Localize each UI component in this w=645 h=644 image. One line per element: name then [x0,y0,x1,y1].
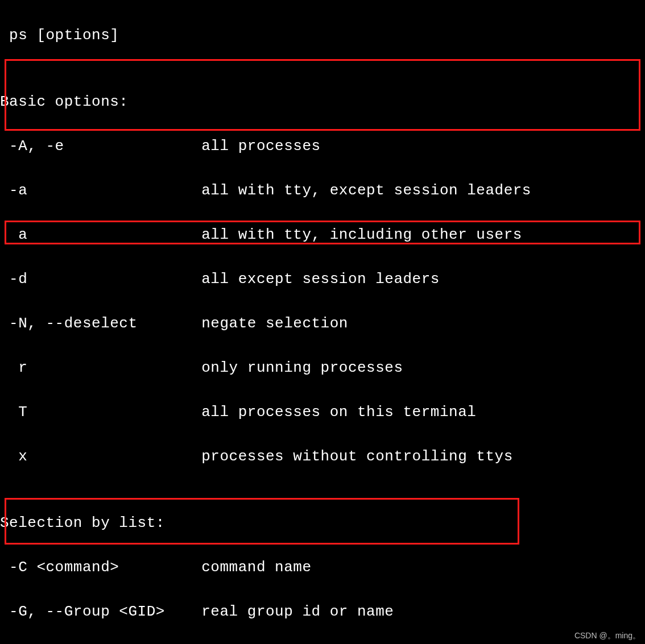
option-desc: processes without controlling ttys [201,448,513,465]
terminal-output: ps [options] Basic options: -A, -e all p… [0,0,645,644]
option-row: -a all with tty, except session leaders [0,180,645,202]
option-flag: -N, --deselect [0,315,201,332]
option-flag: -a [0,182,201,199]
option-desc: all with tty, except session leaders [201,182,531,199]
option-row: a all with tty, including other users [0,224,645,246]
option-flag: -G, --Group <GID> [0,603,201,620]
option-flag: T [0,404,201,421]
basic-options-header: Basic options: [0,91,645,113]
option-flag: -A, -e [0,138,201,155]
option-row: -N, --deselect negate selection [0,313,645,335]
selection-header: Selection by list: [0,512,645,534]
option-desc: only running processes [201,359,403,376]
option-row: x processes without controlling ttys [0,446,645,468]
usage-line: ps [options] [0,24,645,47]
option-desc: real group id or name [201,603,394,620]
option-desc: command name [201,559,311,576]
option-row: T all processes on this terminal [0,401,645,423]
option-desc: all except session leaders [201,271,440,288]
option-row: -C <command> command name [0,556,645,579]
option-flag: -C <command> [0,559,201,576]
option-flag: r [0,359,201,376]
option-row: -d all except session leaders [0,268,645,290]
option-desc: all with tty, including other users [201,226,522,243]
option-flag: -d [0,271,201,288]
option-desc: all processes on this terminal [201,404,476,421]
option-flag: x [0,448,201,465]
option-row: -A, -e all processes [0,135,645,157]
option-row: -G, --Group <GID> real group id or name [0,601,645,623]
option-desc: all processes [201,138,320,155]
option-desc: negate selection [201,315,348,332]
option-flag: a [0,226,201,243]
option-row: r only running processes [0,357,645,379]
watermark: CSDN @。ming。 [574,630,640,642]
